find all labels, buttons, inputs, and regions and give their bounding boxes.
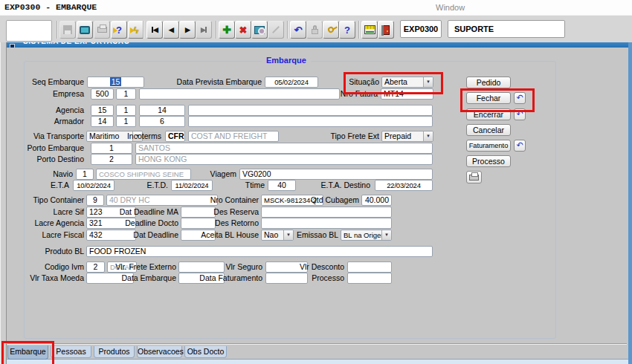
processo-button[interactable]: Processo: [466, 155, 511, 167]
processo-field[interactable]: [347, 273, 392, 284]
program-code-field[interactable]: EXP0300: [400, 20, 442, 38]
armador-field-1[interactable]: 14: [91, 116, 114, 127]
query-form-button[interactable]: [251, 21, 268, 39]
keys-button[interactable]: [323, 21, 339, 39]
empresa-field-2[interactable]: 1: [116, 88, 136, 100]
dat-deadline-ma-field[interactable]: [181, 207, 216, 218]
help-jump-button[interactable]: ?: [111, 21, 127, 39]
etd-label: E.T.D.: [146, 180, 168, 191]
data-prevista-field[interactable]: 05/02/2024: [265, 77, 318, 88]
special-window-button[interactable]: [361, 21, 378, 39]
undo-button[interactable]: ↶: [290, 21, 306, 39]
chevron-down-icon[interactable]: ▼: [283, 230, 293, 240]
lacre-fiscal-label: Lacre Fiscal: [42, 230, 84, 241]
codigo-ivm-code-field[interactable]: 2: [86, 261, 105, 273]
lacre-agencia-label: Lacre Agencia: [34, 218, 84, 229]
toolbar-separator: [143, 21, 144, 39]
codigo-ivm-label: Codigo Ivm: [45, 261, 84, 273]
des-reserva-field[interactable]: [261, 207, 392, 218]
help-button[interactable]: ?: [339, 21, 355, 39]
tipo-container-code-field[interactable]: 9: [86, 195, 104, 206]
emissao-bl-combo[interactable]: BL na Origem▼: [341, 230, 392, 241]
window-title: EXP0300 - EMBARQUE: [4, 2, 97, 12]
empresa-desc-field[interactable]: [139, 88, 340, 100]
empresa-field-1[interactable]: 500: [91, 88, 114, 100]
wand-icon: [272, 26, 280, 33]
lock-button[interactable]: [306, 21, 323, 39]
tab-produtos[interactable]: Produtos: [94, 346, 135, 358]
qtd-cubagem-field[interactable]: 40.000: [361, 195, 392, 206]
toolbar-blank-field[interactable]: [6, 20, 52, 42]
encerrar-button[interactable]: Encerrar: [466, 108, 511, 120]
query-form-icon: [254, 26, 265, 34]
vlr-frete-externo-field[interactable]: [178, 261, 225, 273]
inner-window-titlebar[interactable]: SISTEMA DE EXPORTACAO: [7, 42, 628, 48]
fechar-undo-button[interactable]: ↶: [514, 92, 526, 104]
armador-desc-field[interactable]: [188, 116, 433, 127]
print-button[interactable]: [94, 21, 110, 39]
data-faturamento-field[interactable]: [265, 273, 308, 284]
tab-embarque[interactable]: Embarque: [7, 345, 48, 360]
next-record-button[interactable]: ▶: [179, 21, 196, 39]
agencia-field-3[interactable]: 14: [139, 105, 185, 116]
chevron-down-icon[interactable]: ▼: [381, 230, 391, 240]
aceita-bl-house-combo[interactable]: Nao▼: [261, 230, 294, 241]
tab-obs-docto[interactable]: Obs Docto: [184, 346, 227, 358]
left-frame-strip: [0, 42, 7, 364]
viagem-field[interactable]: VG0200: [239, 169, 433, 180]
porto-destino-code-field[interactable]: 2: [91, 154, 132, 165]
tab-observacoes[interactable]: Observacoes: [137, 346, 182, 358]
incoterms-desc-field[interactable]: COST AND FREIGHT: [188, 131, 279, 142]
data-faturamento-label: Data Faturamento: [199, 273, 262, 284]
tipo-frete-combo[interactable]: Prepaid▼: [381, 131, 433, 142]
exit-button[interactable]: [378, 21, 394, 39]
first-record-button[interactable]: ◀: [146, 21, 163, 39]
tipo-container-desc-field[interactable]: 40 DRY HC: [106, 195, 218, 206]
vlr-desconto-field[interactable]: [347, 261, 392, 273]
situacao-combo[interactable]: Aberta▼: [381, 77, 433, 88]
quick-run-button[interactable]: ϟ: [128, 21, 144, 39]
armador-field-3[interactable]: 6: [139, 116, 185, 127]
faturamento-button[interactable]: Faturamento: [466, 140, 511, 152]
porto-embarque-code-field[interactable]: 1: [91, 143, 132, 154]
seq-embarque-field[interactable]: 15: [87, 77, 144, 88]
prev-record-button[interactable]: ◀: [163, 21, 179, 39]
navio-code-field[interactable]: 1: [76, 169, 94, 180]
incoterms-code-field[interactable]: CFR: [165, 131, 185, 142]
chevron-down-icon[interactable]: ▼: [423, 77, 433, 87]
tab-pessoas[interactable]: Pessoas: [51, 346, 91, 358]
porto-embarque-desc-field[interactable]: SANTOS: [135, 143, 433, 154]
edit-wand-button[interactable]: [268, 21, 284, 39]
ttime-field[interactable]: 40: [268, 180, 296, 191]
porto-destino-desc-field[interactable]: HONG KONG: [135, 154, 433, 165]
fechar-button[interactable]: Fechar: [466, 92, 511, 104]
last-record-button[interactable]: ▶: [196, 21, 212, 39]
produto-bl-field[interactable]: FOOD FROZEN: [86, 246, 433, 257]
agencia-field-1[interactable]: 15: [91, 105, 114, 116]
pedido-button[interactable]: Pedido: [466, 77, 511, 88]
tipo-container-label: Tipo Container: [33, 195, 84, 206]
eta-field[interactable]: 10/02/2024: [73, 180, 115, 191]
nro-fatura-field[interactable]: MT14: [381, 88, 433, 100]
eta-destino-field[interactable]: 22/03/2024: [375, 180, 433, 191]
menu-window[interactable]: Window: [436, 3, 465, 12]
save-button[interactable]: [59, 21, 76, 39]
deadline-docto-field[interactable]: [181, 218, 216, 229]
navio-desc-field[interactable]: COSCO SHIPPING SEINE: [96, 169, 191, 180]
cancelar-button[interactable]: Cancelar: [466, 124, 511, 136]
print-shipment-button[interactable]: [466, 171, 482, 183]
armador-field-2[interactable]: 1: [116, 116, 136, 127]
faturamento-undo-button[interactable]: ↶: [514, 140, 526, 152]
agencia-desc-field[interactable]: [188, 105, 433, 116]
lacre-fiscal-field[interactable]: 432: [86, 230, 136, 241]
user-field[interactable]: SUPORTE: [448, 20, 565, 38]
delete-record-button[interactable]: ✖: [235, 21, 251, 39]
des-retorno-field[interactable]: [261, 218, 392, 229]
screen-button[interactable]: [77, 21, 93, 39]
chevron-down-icon[interactable]: ▼: [423, 131, 433, 141]
insert-record-button[interactable]: ✚: [219, 21, 235, 39]
eta-destino-label: E.T.A. Destino: [320, 180, 370, 191]
encerrar-undo-button[interactable]: ↶: [514, 108, 526, 120]
etd-field[interactable]: 11/02/2024: [171, 180, 213, 191]
agencia-field-2[interactable]: 1: [116, 105, 136, 116]
